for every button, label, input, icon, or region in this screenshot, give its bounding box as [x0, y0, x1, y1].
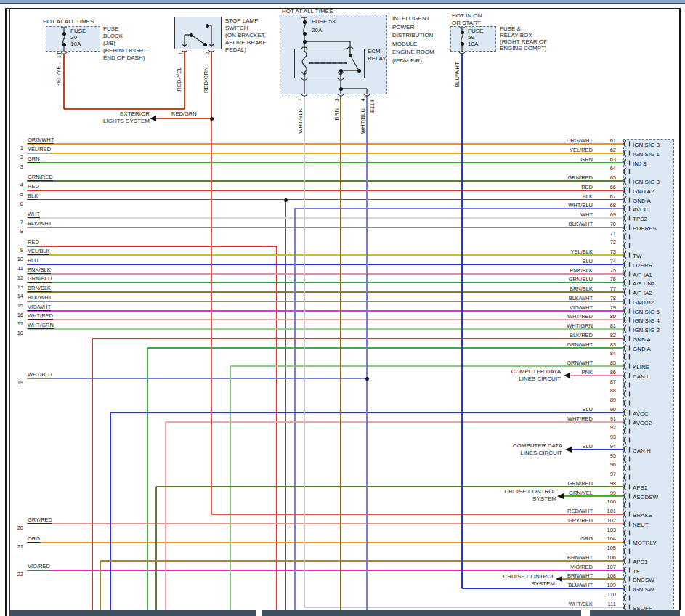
- pin-signal-label: GND A: [633, 346, 651, 352]
- pin-number: 87: [594, 378, 616, 385]
- bottom-bar-segment: [590, 610, 680, 616]
- pin-wire-label: PNK/BLK: [540, 267, 593, 274]
- pin-signal-label: A/F IA1: [633, 272, 652, 278]
- pin-wire-label: GRN/RED: [540, 174, 593, 181]
- wire-grn-wht-lt: [230, 366, 231, 614]
- fuse-relay-label: ENGINE COMPT): [500, 45, 546, 52]
- ecm-relay-box: [294, 49, 365, 78]
- bottom-bar-segment: [10, 610, 256, 616]
- wire-vio-wht: [27, 310, 623, 312]
- pin-number: 91: [594, 416, 616, 422]
- pin-signal-label: IGN SIG 6: [633, 309, 660, 315]
- pin-number: 106: [594, 554, 616, 561]
- pin-signal-label: MOTRLY: [633, 540, 657, 546]
- fuse-block-label: END OF DASH): [103, 54, 145, 62]
- pin-signal-label: IGN SW: [633, 586, 654, 593]
- pin-number: 97: [594, 471, 616, 477]
- junction-dot: [303, 32, 307, 36]
- ipdm-label: MODULE: [392, 41, 417, 48]
- ecm-relay-label: RELAY: [368, 55, 386, 62]
- pin-number: 89: [594, 397, 616, 403]
- row-number: 3: [12, 163, 23, 170]
- pin-signal-label: TF: [633, 568, 640, 575]
- junction-dot: [339, 87, 343, 91]
- junction-dot: [210, 117, 214, 121]
- exterior-lights-annotation: EXTERIOR LIGHTS SYSTEM: [86, 110, 150, 125]
- row-wire-label: PNK/BLK: [28, 267, 51, 274]
- wire-grn-wht: [147, 348, 148, 614]
- row-number: 4: [12, 182, 23, 188]
- wire-red-yel: [64, 108, 185, 110]
- wire-blu: [27, 264, 623, 265]
- wire-red-grn: [211, 51, 212, 118]
- pin-signal-label: APS1: [633, 559, 647, 565]
- wire-red-grn: [155, 118, 211, 119]
- wire-wht: [27, 217, 623, 219]
- pin-wire-label: RED/WHT: [540, 508, 593, 514]
- row-number: 14: [12, 293, 23, 299]
- fuse53-amps: 20A: [312, 27, 322, 34]
- pin-wire-label: ORG: [540, 535, 593, 542]
- junction-dot: [206, 24, 209, 28]
- wire-gry-red: [27, 523, 623, 524]
- row-number: 6: [12, 200, 23, 207]
- wire-wht-red: [165, 422, 166, 614]
- pin-wire-label: RED: [540, 184, 593, 190]
- wire-red-yel: [63, 54, 65, 109]
- pin-wire-label: GRN/WHT: [540, 341, 593, 348]
- ipdm-pin4: 4: [360, 98, 366, 101]
- pin-signal-label: PDPRES: [633, 225, 657, 232]
- hot-in-on-label: OR START: [452, 20, 481, 27]
- pin-number: 76: [594, 276, 616, 283]
- wire-red-wht: [211, 118, 212, 514]
- wire-vio-red: [27, 570, 623, 571]
- pin-number: 111: [594, 601, 616, 607]
- pin-wire-label: WHT: [540, 211, 593, 218]
- pin-number: 77: [594, 285, 616, 292]
- pin-wire-label: GRY/RED: [540, 517, 593, 524]
- row-number: 18: [12, 330, 23, 336]
- arrow-left-icon: [150, 115, 156, 121]
- junction-dot: [62, 32, 66, 36]
- pin-number: 86: [594, 369, 616, 376]
- pin-wire-label: BRN/WHT: [540, 554, 593, 561]
- row-wire-label: GRY/RED: [28, 516, 52, 524]
- pin-number: 108: [594, 572, 616, 579]
- wire-yel-blk: [27, 254, 623, 256]
- pin-wire-label: GRN/RED: [540, 480, 593, 487]
- pin-wire-label: BRN/BLK: [540, 285, 593, 292]
- pin-wire-label: WHT/RED: [540, 416, 593, 422]
- pin-number: 66: [594, 184, 616, 190]
- pin-signal-label: GND A2: [633, 188, 654, 195]
- stop-lamp-label: STOP LAMP: [225, 17, 259, 25]
- pin-number: 61: [594, 137, 616, 144]
- pin-number: 95: [594, 453, 616, 459]
- row-wire-label: YEL/RED: [28, 146, 51, 153]
- row-wire-label: VIO/RED: [28, 563, 50, 570]
- annotation-line: LINES CIRCUIT: [520, 450, 562, 456]
- row-number: 17: [12, 320, 23, 327]
- ecm-relay-label: ECM: [368, 48, 381, 55]
- window-top-bar-shadow: [0, 3, 685, 4]
- row-wire-label: VIO/WHT: [28, 304, 51, 311]
- pin-signal-label: IGN SIG 4: [633, 317, 660, 324]
- pin-signal-label: AVCC2: [633, 420, 652, 426]
- ipdm-label: POWER: [392, 24, 414, 31]
- ipdm-label: INTELLIGENT: [392, 15, 430, 23]
- wire-blk: [285, 200, 286, 614]
- pin-signal-label: IGN SIG 3: [633, 142, 660, 148]
- pin-wire-label: WHT/GRN: [540, 323, 593, 329]
- wire-pnk-blk: [27, 273, 623, 275]
- pin-wire-label: ORG/WHT: [540, 137, 593, 144]
- stop-lamp-label: PEDAL): [225, 46, 246, 54]
- pin-number: 67: [594, 193, 616, 200]
- pin-signal-label: O2SRR: [633, 262, 653, 269]
- pin-number: 103: [594, 527, 616, 533]
- hot-at-all-times-label: HOT AT ALL TIMES: [43, 18, 94, 25]
- row-wire-label: YEL/BLK: [28, 248, 49, 255]
- junction-dot: [365, 377, 369, 381]
- pin-number: 74: [594, 258, 616, 264]
- wire-grn: [27, 162, 623, 163]
- bottom-bar-segment: [262, 610, 581, 616]
- row-wire-label: WHT: [28, 211, 40, 218]
